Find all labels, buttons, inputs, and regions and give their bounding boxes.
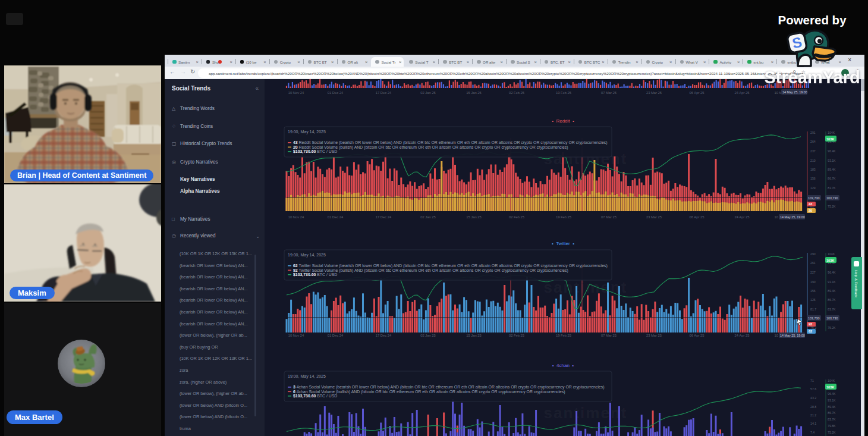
svg-text:43: 43 [809,202,812,206]
svg-text:01 Dec 24: 01 Dec 24 [328,215,344,219]
svg-text:93.1K: 93.1K [828,399,836,402]
svg-text:santiment: santiment [544,404,628,422]
svg-text:24 Apr 25: 24 Apr 25 [735,334,750,337]
svg-text:01 Dec 24: 01 Dec 24 [328,91,344,95]
svg-text:93.1K: 93.1K [828,280,836,284]
svg-text:96.4K: 96.4K [828,271,836,274]
svg-text:43.2: 43.2 [810,396,816,400]
svg-text:19 Feb 25: 19 Feb 25 [556,334,571,337]
svg-text:83.7K: 83.7K [828,418,836,421]
svg-text:17 Dec 24: 17 Dec 24 [376,334,392,337]
svg-text:• Reddit •: • Reddit • [552,118,574,124]
svg-text:81.7: 81.7 [810,308,816,311]
svg-text:103K: 103K [826,259,834,262]
svg-text:92: 92 [809,322,812,326]
svg-text:291: 291 [810,131,816,134]
svg-text:23 Mar 25: 23 Mar 25 [646,215,662,219]
svg-text:264: 264 [810,140,816,143]
svg-text:83.7K: 83.7K [828,308,836,311]
svg-text:103,730: 103,730 [808,316,820,320]
svg-text:96.4K: 96.4K [828,149,836,153]
svg-text:103K: 103K [826,385,834,389]
svg-text:103,730: 103,730 [808,196,820,200]
svg-text:07 Mar 25: 07 Mar 25 [601,215,617,219]
svg-text:15 Jan 25: 15 Jan 25 [466,215,481,219]
svg-text:83.7K: 83.7K [828,186,836,190]
svg-text:17 Dec 24: 17 Dec 24 [376,215,392,219]
svg-text:$103,730.60 BTC / USD: $103,730.60 BTC / USD [293,149,337,154]
svg-text:104K: 104K [828,379,835,382]
svg-text:183: 183 [810,168,816,171]
svg-text:10 Nov 24: 10 Nov 24 [288,91,304,95]
svg-text:62: 62 [809,330,812,333]
svg-text:• Twitter •: • Twitter • [552,241,574,246]
svg-text:89.4K: 89.4K [828,289,836,293]
svg-text:02 Feb 25: 02 Feb 25 [509,334,524,337]
svg-text:28.8: 28.8 [810,405,816,409]
svg-text:10 Nov 24: 10 Nov 24 [288,215,304,219]
svg-text:227: 227 [810,271,816,274]
svg-text:07 Mar 25: 07 Mar 25 [601,334,617,337]
svg-text:20: 20 [809,209,812,212]
svg-text:79.8K: 79.8K [828,424,836,428]
svg-text:01 Dec 24: 01 Dec 24 [328,334,344,337]
svg-text:23 Mar 25: 23 Mar 25 [646,91,662,95]
svg-text:86.7K: 86.7K [828,177,836,180]
svg-text:06 Apr 25: 06 Apr 25 [690,334,705,337]
svg-text:75.2K: 75.2K [828,431,836,434]
svg-text:14 May 25, 19:00: 14 May 25, 19:00 [780,334,805,337]
svg-text:71: 71 [810,379,814,382]
svg-text:14 May 25, 19:00: 14 May 25, 19:00 [782,90,807,94]
svg-text:21.2: 21.2 [810,413,816,417]
svg-text:07 Mar 25: 07 Mar 25 [601,91,617,95]
svg-text:7.4: 7.4 [810,431,814,434]
svg-text:290: 290 [810,252,816,256]
svg-text:86.7K: 86.7K [828,411,836,415]
svg-text:129: 129 [810,186,816,190]
svg-text:14.1: 14.1 [810,422,816,425]
svg-text:210: 210 [810,159,816,162]
svg-text:02 Jan 25: 02 Jan 25 [420,334,435,337]
svg-text:02 Jan 25: 02 Jan 25 [420,215,435,219]
svg-text:15 Jan 25: 15 Jan 25 [466,91,481,95]
svg-text:261: 261 [810,261,816,265]
svg-text:104K: 104K [828,131,835,134]
svg-text:75.2K: 75.2K [828,326,836,330]
svg-text:103,730: 103,730 [826,196,838,200]
svg-text:156: 156 [810,177,816,180]
svg-text:237: 237 [810,149,816,153]
svg-text:104K: 104K [828,252,835,256]
svg-text:23 Mar 25: 23 Mar 25 [646,334,662,337]
svg-text:06 Apr 25: 06 Apr 25 [690,91,705,95]
svg-text:02 Jan 25: 02 Jan 25 [420,91,435,95]
svg-text:24 Apr 25: 24 Apr 25 [735,215,750,219]
svg-text:15 Jan 25: 15 Jan 25 [466,334,481,337]
svg-text:103,730: 103,730 [826,316,838,320]
svg-text:103K: 103K [826,137,834,141]
svg-text:156: 156 [810,289,816,293]
svg-text:24 Apr 25: 24 Apr 25 [735,91,750,95]
svg-text:$103,730.60 BTC / USD: $103,730.60 BTC / USD [293,272,337,277]
svg-text:190: 190 [810,280,816,284]
svg-text:$103,730.60 BTC / USD: $103,730.60 BTC / USD [293,394,337,399]
svg-text:75.2K: 75.2K [828,205,836,208]
svg-text:14 May 25, 19:00: 14 May 25, 19:00 [780,215,805,219]
svg-text:06 Apr 25: 06 Apr 25 [690,215,705,219]
svg-text:10 Nov 24: 10 Nov 24 [288,334,304,337]
svg-text:96.4K: 96.4K [828,392,836,396]
svg-text:125: 125 [810,298,816,302]
svg-text:19:00, May 14, 2025: 19:00, May 14, 2025 [288,253,326,258]
svg-text:89.4K: 89.4K [828,168,836,171]
svg-text:02 Feb 25: 02 Feb 25 [509,91,524,95]
svg-text:93.1K: 93.1K [828,159,836,162]
svg-text:19:00, May 14, 2025: 19:00, May 14, 2025 [288,130,326,134]
svg-text:17 Dec 24: 17 Dec 24 [376,91,392,95]
svg-text:89.4K: 89.4K [828,405,836,409]
svg-text:19:00, May 14, 2025: 19:00, May 14, 2025 [288,374,326,379]
svg-text:19 Feb 25: 19 Feb 25 [556,215,571,219]
svg-text:• 4chan •: • 4chan • [552,363,574,368]
svg-text:57.6: 57.6 [810,387,816,391]
svg-text:19 Feb 25: 19 Feb 25 [556,91,571,95]
svg-text:86.7K: 86.7K [828,298,836,302]
svg-text:02 Feb 25: 02 Feb 25 [509,215,524,219]
